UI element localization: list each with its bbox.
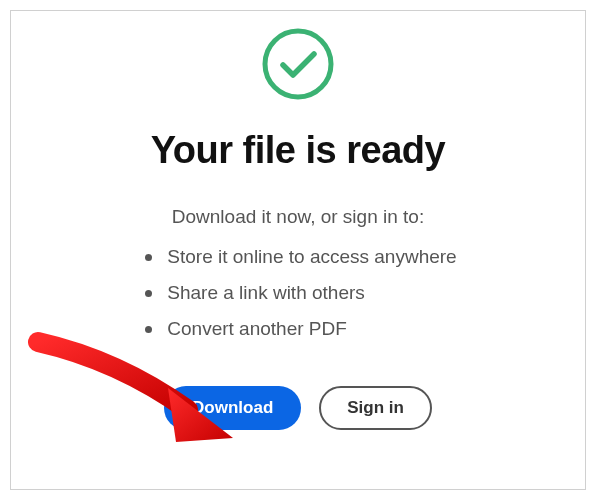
list-item: Convert another PDF bbox=[145, 318, 456, 340]
success-check-icon bbox=[261, 27, 335, 101]
list-item: Store it online to access anywhere bbox=[145, 246, 456, 268]
benefits-list: Store it online to access anywhere Share… bbox=[145, 246, 456, 354]
page-title: Your file is ready bbox=[151, 129, 445, 172]
sign-in-button[interactable]: Sign in bbox=[319, 386, 432, 430]
list-item: Share a link with others bbox=[145, 282, 456, 304]
action-button-row: Download Sign in bbox=[164, 386, 432, 430]
download-button[interactable]: Download bbox=[164, 386, 301, 430]
subtitle-text: Download it now, or sign in to: bbox=[172, 206, 424, 228]
dialog-card: Your file is ready Download it now, or s… bbox=[10, 10, 586, 490]
svg-point-0 bbox=[265, 31, 331, 97]
